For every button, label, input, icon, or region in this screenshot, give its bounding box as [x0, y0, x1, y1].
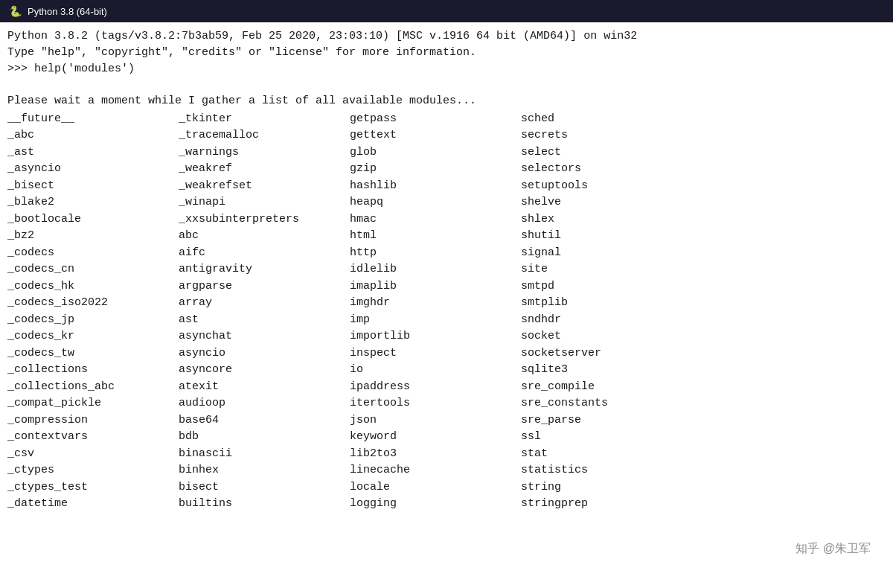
module-item: gzip [350, 161, 521, 178]
module-item: getpass [350, 111, 521, 128]
module-item: linecache [350, 462, 521, 479]
module-item: _codecs_hk [7, 278, 179, 295]
module-item: select [521, 144, 744, 162]
title-bar: 🐍 Python 3.8 (64-bit) [0, 0, 893, 22]
module-item: _collections [7, 362, 179, 379]
module-item: sre_constants [521, 395, 744, 412]
module-item: _ctypes [7, 462, 179, 479]
module-item: signal [521, 245, 744, 262]
module-item: _bz2 [7, 228, 179, 245]
module-item: sqlite3 [521, 362, 744, 379]
module-item: imaplib [350, 278, 521, 295]
module-item: asyncio [179, 345, 350, 362]
module-item: statistics [521, 462, 744, 479]
module-item: binascii [179, 446, 350, 463]
python-version-line: Python 3.8.2 (tags/v3.8.2:7b3ab59, Feb 2… [7, 30, 637, 42]
title-bar-icon: 🐍 [9, 5, 22, 18]
module-item: _compression [7, 412, 179, 429]
module-item: aifc [179, 245, 350, 262]
terminal: Python 3.8.2 (tags/v3.8.2:7b3ab59, Feb 2… [0, 22, 893, 588]
module-item: imghdr [350, 295, 521, 312]
module-item: html [350, 228, 521, 245]
module-item: glob [350, 144, 521, 162]
module-item: importlib [350, 328, 521, 345]
module-item: _asyncio [7, 161, 179, 178]
module-item: _codecs_cn [7, 261, 179, 278]
module-item: sre_compile [521, 379, 744, 396]
module-item: _bootlocale [7, 211, 179, 229]
module-item: itertools [350, 395, 521, 412]
module-item: lib2to3 [350, 446, 521, 463]
module-item: secrets [521, 127, 744, 144]
module-item: shelve [521, 194, 744, 211]
module-item: ipaddress [350, 379, 521, 396]
module-item: sched [521, 111, 744, 128]
module-item: smtplib [521, 295, 744, 312]
module-item: sre_parse [521, 412, 744, 429]
module-item: bdb [179, 429, 350, 446]
module-item: atexit [179, 379, 350, 396]
module-item: locale [350, 479, 521, 496]
module-item: shlex [521, 211, 744, 229]
module-item: hashlib [350, 178, 521, 195]
title-bar-text: Python 3.8 (64-bit) [28, 6, 107, 17]
module-item: _xxsubinterpreters [179, 211, 350, 229]
module-item: _tracemalloc [179, 127, 350, 144]
module-item: site [521, 261, 744, 278]
module-item: idlelib [350, 261, 521, 278]
module-item: array [179, 295, 350, 312]
module-item: socketserver [521, 345, 744, 362]
module-item: logging [350, 496, 521, 513]
please-wait-line: Please wait a moment while I gather a li… [7, 95, 476, 107]
module-item: asynchat [179, 328, 350, 345]
module-item: socket [521, 328, 744, 345]
module-item: bisect [179, 479, 350, 496]
module-grid: __future___tkintergetpasssched_abc_trace… [7, 111, 886, 513]
module-item: keyword [350, 429, 521, 446]
watermark: 知乎 @朱卫军 [796, 541, 871, 557]
module-item: _datetime [7, 496, 179, 513]
module-item: sndhdr [521, 312, 744, 329]
module-item: _codecs_tw [7, 345, 179, 362]
module-item: io [350, 362, 521, 379]
module-item: _codecs_jp [7, 312, 179, 329]
module-item: ast [179, 312, 350, 329]
module-item: _bisect [7, 178, 179, 195]
module-item: smtpd [521, 278, 744, 295]
module-item: _compat_pickle [7, 395, 179, 412]
module-item: http [350, 245, 521, 262]
module-item: _winapi [179, 194, 350, 211]
module-item: _ast [7, 144, 179, 162]
module-item: _csv [7, 446, 179, 463]
module-item: setuptools [521, 178, 744, 195]
module-item: _warnings [179, 144, 350, 162]
module-item: _tkinter [179, 111, 350, 128]
module-item: string [521, 479, 744, 496]
module-item: antigravity [179, 261, 350, 278]
module-item: _codecs_kr [7, 328, 179, 345]
module-item: json [350, 412, 521, 429]
module-item: _weakrefset [179, 178, 350, 195]
terminal-header: Python 3.8.2 (tags/v3.8.2:7b3ab59, Feb 2… [7, 28, 886, 109]
module-item: ssl [521, 429, 744, 446]
module-item: hmac [350, 211, 521, 229]
module-item: asyncore [179, 362, 350, 379]
module-item: builtins [179, 496, 350, 513]
module-item: _blake2 [7, 194, 179, 211]
module-item: _ctypes_test [7, 479, 179, 496]
module-item: gettext [350, 127, 521, 144]
module-item: _weakref [179, 161, 350, 178]
module-item: selectors [521, 161, 744, 178]
module-item: base64 [179, 412, 350, 429]
module-item: _collections_abc [7, 379, 179, 396]
module-item: __future__ [7, 111, 179, 128]
module-item: argparse [179, 278, 350, 295]
module-item: inspect [350, 345, 521, 362]
module-item: _codecs [7, 245, 179, 262]
python-help-line: Type "help", "copyright", "credits" or "… [7, 46, 476, 59]
python-prompt-line: >>> help('modules') [7, 63, 135, 75]
module-item: _contextvars [7, 429, 179, 446]
module-item: stringprep [521, 496, 744, 513]
module-item: _abc [7, 127, 179, 144]
module-item: imp [350, 312, 521, 329]
